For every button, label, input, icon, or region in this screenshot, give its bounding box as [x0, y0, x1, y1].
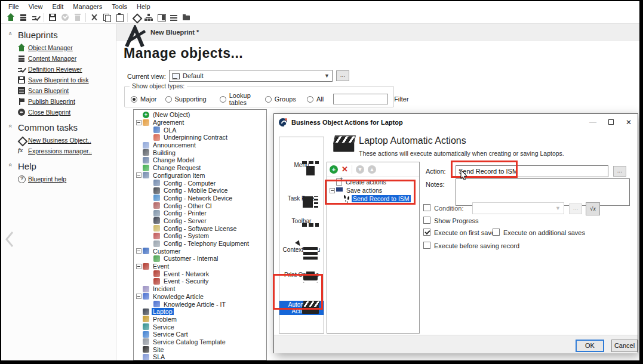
close-button[interactable]: ✕ — [624, 118, 633, 127]
execute-before-saving-checkbox[interactable] — [423, 242, 430, 249]
tree-expander-icon[interactable] — [136, 248, 141, 254]
move-down-button[interactable]: ▼ — [356, 165, 364, 174]
radio-groups[interactable] — [265, 96, 272, 103]
tree-item-config-network-device[interactable]: Config - Network Device — [134, 195, 266, 202]
delete-action-button[interactable]: ✕ — [342, 165, 348, 174]
dialog-nav-automatic-actions[interactable]: Automatic Actions — [279, 301, 324, 315]
move-up-button[interactable]: ▲ — [368, 165, 376, 174]
cancel-button[interactable]: Cancel — [611, 340, 638, 352]
menubar-item-tools[interactable]: Tools — [107, 2, 132, 11]
condition-browse-button[interactable]: ... — [569, 203, 582, 214]
action-tree-item-create-actions[interactable]: Create actions — [327, 178, 419, 186]
double-chevron-up-icon[interactable]: « — [7, 164, 14, 169]
menubar-item-help[interactable]: Help — [132, 2, 155, 11]
current-view-select[interactable]: Default ▼ — [169, 70, 333, 82]
radio-option-supporting[interactable]: Supporting — [165, 95, 207, 103]
tree-item-configuration-item[interactable]: Configuration Item — [134, 172, 266, 180]
sidebar-link[interactable]: Definition Reviewer — [28, 66, 82, 73]
tree-item-incident[interactable]: Incident — [134, 285, 266, 293]
action-input[interactable] — [456, 165, 608, 177]
radio-lookup-tables[interactable] — [220, 96, 226, 103]
tree-item-config-other-ci[interactable]: Config - Other CI — [134, 202, 266, 209]
radio-option-groups[interactable]: Groups — [265, 95, 296, 103]
tree-item-customer-internal[interactable]: Customer - Internal — [134, 255, 266, 263]
tree-item-config-printer[interactable]: Config - Printer — [134, 209, 266, 217]
toolbar-button-cut[interactable] — [88, 12, 100, 23]
menubar-item-file[interactable]: File — [4, 2, 24, 11]
tree-item-site[interactable]: Site — [134, 346, 266, 353]
tree-item-service[interactable]: Service — [134, 323, 266, 331]
radio-option-all[interactable]: All — [307, 95, 324, 103]
add-action-button[interactable]: + — [330, 165, 338, 174]
tree-expander-icon[interactable] — [330, 188, 335, 193]
toolbar-button-new-business-object[interactable] — [130, 12, 142, 23]
dialog-nav-task-pane[interactable]: Task Pane — [279, 195, 324, 202]
tree-item-knowledge-article-it[interactable]: Knowledge Article - IT — [134, 300, 266, 308]
tree-item-config-telephony-equipment[interactable]: Config - Telephony Equipment — [134, 240, 266, 248]
tree-item-agreement[interactable]: Agreement — [134, 119, 266, 127]
radio-option-major[interactable]: Major — [131, 95, 157, 103]
sidebar-link[interactable]: Save Blueprint to disk — [28, 76, 89, 84]
sidebar-item-new-business-object[interactable]: New Business Object.. — [17, 136, 116, 144]
tree-item-knowledge-article[interactable]: Knowledge Article — [134, 293, 266, 301]
toolbar-button-content-manager[interactable] — [17, 12, 29, 23]
sidebar-link[interactable]: Close Blueprint — [28, 109, 70, 116]
tree-item-announcement[interactable]: Announcement — [134, 141, 266, 149]
tree-item-service-catalog-template[interactable]: Service Catalog Template — [134, 338, 266, 346]
tree-item-event[interactable]: Event — [134, 263, 266, 270]
toolbar-button-delete[interactable] — [71, 12, 84, 23]
execute-first-save-checkbox[interactable] — [423, 229, 430, 236]
tree-item-laptop[interactable]: Laptop — [134, 308, 266, 316]
tree-item-building[interactable]: Building — [134, 149, 266, 156]
sidebar-item-close-blueprint[interactable]: Close Blueprint — [17, 108, 116, 116]
sidebar-link[interactable]: Publish Blueprint — [28, 98, 75, 105]
condition-checkbox[interactable] — [423, 204, 430, 211]
action-browse-button[interactable]: ... — [613, 166, 626, 177]
dialog-nav-toolbar[interactable]: Toolbar — [279, 217, 324, 225]
toolbar-button-definition-reviewer[interactable] — [29, 12, 42, 23]
sidebar-item-content-manager[interactable]: Content Manager — [17, 54, 116, 63]
dialog-nav-print-options[interactable]: Print Options — [279, 271, 324, 279]
sidebar-link[interactable]: Expressions manager.. — [28, 147, 92, 155]
tree-item-config-computer[interactable]: Config - Computer — [134, 179, 266, 187]
toolbar-button-save-blueprint[interactable] — [46, 12, 59, 23]
dialog-nav-context-menu[interactable]: Context-Menu — [279, 246, 324, 254]
double-chevron-up-icon[interactable]: « — [7, 125, 14, 131]
maximize-button[interactable] — [607, 118, 615, 127]
sidebar-item-publish-blueprint[interactable]: Publish Blueprint — [17, 97, 116, 106]
tree-item-underpinning-contract[interactable]: Underpinning Contract — [134, 134, 266, 141]
toolbar-button-org-chart[interactable] — [142, 12, 155, 23]
toolbar-button-folder[interactable] — [180, 12, 192, 23]
sidebar-item-expressions-manager[interactable]: Expressions manager.. — [17, 147, 116, 155]
tree-item-config-software-license[interactable]: Config - Software License — [134, 224, 266, 232]
menubar-item-view[interactable]: View — [24, 2, 48, 11]
sidebar-item-definition-reviewer[interactable]: Definition Reviewer — [17, 65, 116, 73]
tree-expander-icon[interactable] — [136, 294, 141, 299]
tree-item-config-server[interactable]: Config - Server — [134, 217, 266, 225]
condition-select[interactable]: ▼ — [472, 202, 564, 214]
tree-item-new-object[interactable]: +(New Object) — [134, 111, 266, 119]
tree-expander-icon[interactable] — [136, 172, 141, 178]
tree-item-sla[interactable]: SLA — [134, 353, 266, 360]
sidebar-link[interactable]: Content Manager — [28, 55, 76, 62]
radio-option-lookup-tables[interactable]: Lookup tables — [220, 92, 251, 106]
sidebar-link[interactable]: Object Manager — [28, 44, 73, 51]
toolbar-button-window-panel[interactable] — [155, 12, 167, 23]
filter-input[interactable] — [333, 94, 388, 104]
tree-item-service-cart[interactable]: Service Cart — [134, 331, 266, 338]
sidebar-item-object-manager[interactable]: Object Manager — [17, 44, 116, 52]
show-progress-checkbox[interactable] — [423, 217, 430, 224]
menubar-item-managers[interactable]: Managers — [68, 2, 107, 11]
sidebar-link[interactable]: New Business Object.. — [28, 137, 91, 144]
toolbar-button-list-view[interactable] — [167, 12, 180, 23]
view-browse-button[interactable]: ... — [336, 70, 349, 81]
tree-item-event-network[interactable]: Event - Network — [134, 270, 266, 277]
tree-item-change-model[interactable]: Change Model — [134, 156, 266, 164]
tree-expander-icon[interactable] — [136, 264, 141, 269]
action-tree-item-save-actions[interactable]: Save actions — [327, 186, 419, 195]
tree-item-change-request[interactable]: Change Request — [134, 164, 266, 172]
radio-all[interactable] — [307, 96, 313, 103]
tree-item-customer[interactable]: Customer — [134, 247, 266, 255]
radio-supporting[interactable] — [165, 96, 172, 103]
tree-expander-icon[interactable] — [136, 120, 141, 125]
